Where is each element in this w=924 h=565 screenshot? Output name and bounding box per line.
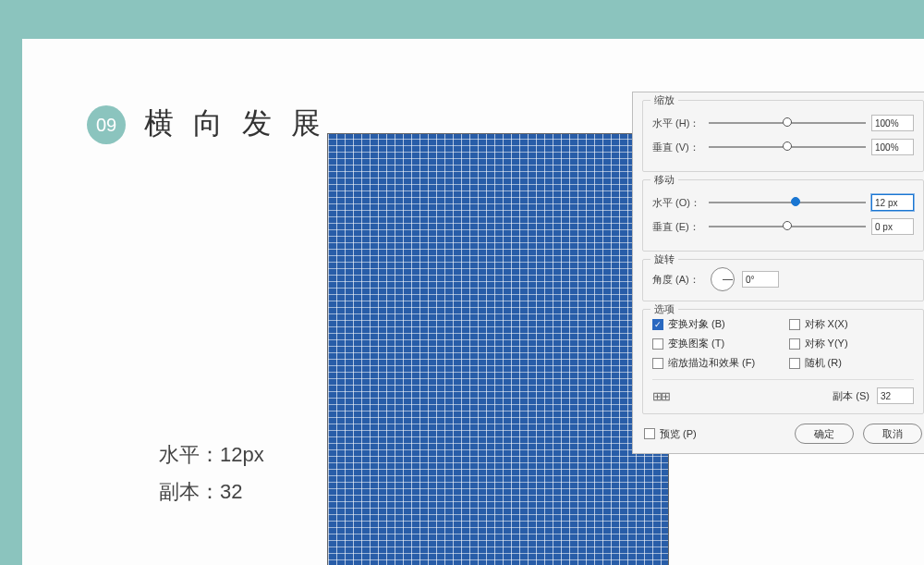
move-h-label: 水平 (O)： <box>652 196 703 210</box>
mirror-y-checkbox[interactable]: 对称 Y(Y) <box>789 337 915 350</box>
scale-h-label: 水平 (H)： <box>652 117 703 130</box>
copies-label: 副本 (S) <box>833 389 869 403</box>
transform-obj-label: 变换对象 (B) <box>668 317 725 331</box>
check-icon <box>644 428 655 439</box>
angle-label: 角度 (A)： <box>652 273 703 287</box>
mirror-y-label: 对称 Y(Y) <box>805 337 848 350</box>
dialog-footer: 预览 (P) 确定 取消 <box>633 414 924 453</box>
scale-group: 缩放 水平 (H)： 100% 垂直 (V)： 100% <box>642 100 924 172</box>
scale-h-slider[interactable] <box>709 116 866 130</box>
options-group: 选项 ✓ 变换对象 (B) 对称 X(X) 变换图案 (T) 对称 Y(Y) <box>642 309 924 414</box>
rotate-title: 旋转 <box>650 252 678 266</box>
options-title: 选项 <box>650 302 678 316</box>
transform-dialog: 缩放 水平 (H)： 100% 垂直 (V)： 100% 移动 水平 (O)： … <box>632 92 924 454</box>
mirror-x-label: 对称 X(X) <box>805 317 848 331</box>
move-h-input[interactable]: 12 px <box>871 194 914 211</box>
move-group: 移动 水平 (O)： 12 px 垂直 (E)： 0 px <box>642 179 924 252</box>
rotate-group: 旋转 角度 (A)： 0° <box>642 259 924 301</box>
scale-title: 缩放 <box>650 93 678 107</box>
random-label: 随机 (R) <box>805 356 842 370</box>
scale-v-label: 垂直 (V)： <box>652 141 703 154</box>
scale-stroke-label: 缩放描边和效果 (F) <box>668 356 755 370</box>
pattern-preview <box>327 133 669 565</box>
move-v-label: 垂直 (E)： <box>652 220 703 234</box>
scale-v-slider[interactable] <box>709 140 866 154</box>
angle-dial[interactable] <box>711 267 735 291</box>
transform-obj-checkbox[interactable]: ✓ 变换对象 (B) <box>652 317 778 331</box>
angle-input[interactable]: 0° <box>742 271 779 288</box>
scale-h-input[interactable]: 100% <box>871 115 914 131</box>
check-icon <box>652 338 663 350</box>
random-checkbox[interactable]: 随机 (R) <box>789 356 915 370</box>
check-icon <box>789 338 800 350</box>
page-title: 横 向 发 展 <box>144 104 326 144</box>
check-icon <box>652 358 663 369</box>
transform-pattern-label: 变换图案 (T) <box>668 337 724 350</box>
copies-icon: ⊞⊞ <box>652 389 669 403</box>
check-icon <box>789 358 800 369</box>
transform-pattern-checkbox[interactable]: 变换图案 (T) <box>652 337 778 350</box>
check-icon <box>789 319 800 330</box>
cancel-button[interactable]: 取消 <box>863 424 922 444</box>
caption-line2: 副本：32 <box>159 473 264 510</box>
preview-checkbox[interactable]: 预览 (P) <box>644 427 785 441</box>
scale-v-input[interactable]: 100% <box>871 139 914 155</box>
mirror-x-checkbox[interactable]: 对称 X(X) <box>789 317 915 331</box>
move-title: 移动 <box>650 173 678 187</box>
move-h-slider[interactable] <box>709 195 866 210</box>
move-v-input[interactable]: 0 px <box>871 218 914 235</box>
caption-line1: 水平：12px <box>159 436 264 473</box>
scale-stroke-checkbox[interactable]: 缩放描边和效果 (F) <box>652 356 778 370</box>
check-icon: ✓ <box>652 319 663 330</box>
step-badge: 09 <box>87 105 126 144</box>
caption: 水平：12px 副本：32 <box>159 436 264 510</box>
copies-input[interactable]: 32 <box>877 387 914 404</box>
move-v-slider[interactable] <box>709 219 866 234</box>
preview-label: 预览 (P) <box>660 427 697 441</box>
ok-button[interactable]: 确定 <box>795 424 854 444</box>
